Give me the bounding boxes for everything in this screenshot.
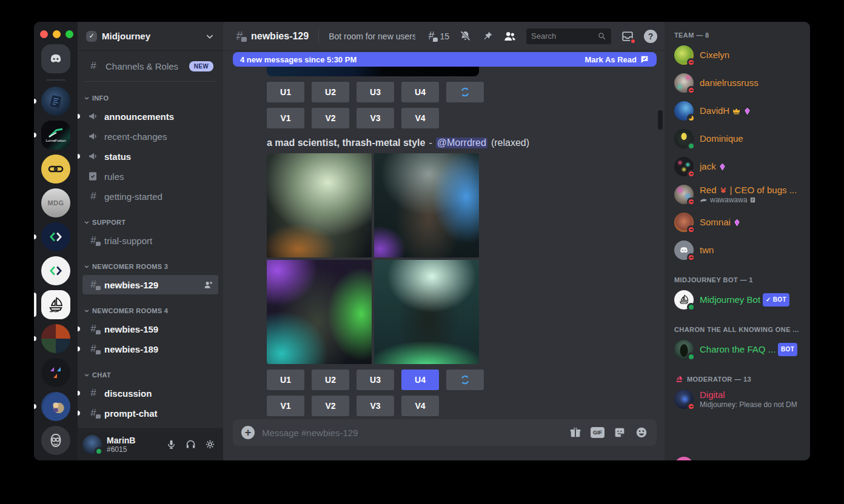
- member-somnai[interactable]: Somnai: [674, 208, 805, 236]
- server-codebrackets-light[interactable]: [34, 256, 78, 285]
- channel-newbies-159[interactable]: # newbies-159: [82, 319, 218, 339]
- settings-gear-button[interactable]: [201, 436, 218, 453]
- server-home[interactable]: [34, 44, 78, 73]
- channel-announcements[interactable]: announcements: [82, 107, 218, 126]
- member-digital[interactable]: Digital Midjourney: Please do not DM: [674, 385, 805, 413]
- v4-button[interactable]: V4: [401, 396, 439, 416]
- user-mention[interactable]: @Morrdred: [436, 138, 487, 148]
- generated-image-3[interactable]: [267, 260, 372, 364]
- variation-row-message-2: V1 V2 V3 V4: [267, 396, 665, 416]
- member-charon[interactable]: Charon the FAQ ... BOT: [674, 336, 805, 363]
- gif-picker-button[interactable]: GIF: [591, 427, 605, 438]
- server-codebrackets-dark[interactable]: [34, 222, 78, 251]
- generated-image-1[interactable]: [267, 153, 372, 257]
- server-lumafusion[interactable]: LumaFusion: [34, 121, 78, 150]
- channels-and-roles[interactable]: # Channels & Roles NEW: [82, 56, 218, 76]
- section-header-chat[interactable]: CHAT: [78, 367, 223, 383]
- member-jack[interactable]: jack: [674, 153, 805, 181]
- emoji-picker-button[interactable]: [635, 426, 648, 439]
- hash-icon: #: [87, 190, 99, 202]
- generated-image-4[interactable]: [374, 260, 479, 364]
- u2-button[interactable]: U2: [312, 82, 349, 102]
- invite-people-icon[interactable]: [203, 280, 213, 290]
- minimize-button[interactable]: [53, 30, 61, 38]
- v2-button[interactable]: V2: [312, 108, 349, 128]
- u2-button[interactable]: U2: [312, 370, 349, 390]
- message-input[interactable]: Message #newbies-129: [262, 428, 561, 438]
- threads-button[interactable]: # 15: [425, 30, 449, 42]
- server-midjourney[interactable]: [34, 290, 78, 319]
- v3-button[interactable]: V3: [357, 396, 394, 416]
- v4-button[interactable]: V4: [401, 108, 439, 128]
- u1-button[interactable]: U1: [267, 370, 304, 390]
- new-messages-banner[interactable]: 4 new messages since 5:30 PM Mark As Rea…: [233, 52, 657, 67]
- u4-button[interactable]: U4: [401, 82, 439, 102]
- mute-mic-button[interactable]: [162, 436, 179, 453]
- dash: -: [429, 138, 432, 148]
- channel-status[interactable]: status: [82, 147, 218, 166]
- channel-label: newbies-189: [104, 344, 213, 354]
- server-affinity[interactable]: [34, 358, 78, 387]
- server-code-book[interactable]: [34, 87, 78, 116]
- inbox-button[interactable]: [621, 30, 634, 43]
- member-twn[interactable]: twn: [674, 236, 805, 264]
- reroll-button[interactable]: [446, 370, 484, 390]
- mark-as-read-button[interactable]: Mark As Read: [585, 55, 650, 64]
- channel-recent-changes[interactable]: recent-changes: [82, 127, 218, 146]
- channel-rules[interactable]: rules: [82, 167, 218, 186]
- v3-button[interactable]: V3: [357, 108, 394, 128]
- channel-topic[interactable]: Bot room for new users. Type /imagine th…: [329, 31, 415, 41]
- notifications-muted-button[interactable]: [459, 30, 472, 42]
- server-penguin[interactable]: [34, 426, 78, 455]
- section-header-newcomer-3[interactable]: NEWCOMER ROOMS 3: [78, 259, 223, 274]
- guild-header[interactable]: ✓ Midjourney: [78, 22, 223, 51]
- chat-scrollbar-thumb[interactable]: [658, 110, 663, 130]
- section-header-newcomer-4[interactable]: NEWCOMER ROOMS 4: [78, 303, 223, 319]
- reroll-button[interactable]: [446, 82, 484, 102]
- close-button[interactable]: [40, 30, 48, 38]
- u3-button[interactable]: U3: [357, 370, 394, 390]
- member-red[interactable]: Red | CEO of bugs ... wawawawa: [674, 181, 805, 208]
- v2-button[interactable]: V2: [312, 396, 349, 416]
- v1-button[interactable]: V1: [267, 396, 304, 416]
- channel-newbies-189[interactable]: # newbies-189: [82, 339, 218, 359]
- pinned-messages-button[interactable]: [481, 30, 494, 42]
- gift-button[interactable]: [569, 426, 582, 439]
- channel-trial-support[interactable]: # trial-support: [82, 231, 218, 250]
- previous-image-attachment-cropped[interactable]: [267, 65, 479, 76]
- member-cixelyn[interactable]: Cixelyn: [674, 41, 805, 69]
- server-lego-doctor[interactable]: [34, 392, 78, 421]
- v1-button[interactable]: V1: [267, 108, 304, 128]
- search-input[interactable]: Search: [526, 28, 611, 44]
- hash-search-icon: #: [87, 60, 99, 72]
- server-link-chain[interactable]: [34, 154, 78, 184]
- message-scroller[interactable]: U1 U2 U3 U4 V1 V2 V3 V4 a mad scientist,…: [223, 51, 665, 460]
- zoom-button[interactable]: [65, 30, 73, 38]
- channel-newbies-129[interactable]: # newbies-129: [82, 275, 218, 294]
- channel-prompt-chat[interactable]: # prompt-chat: [82, 403, 218, 423]
- u3-button[interactable]: U3: [357, 82, 394, 102]
- channel-discussion[interactable]: # discussion: [82, 383, 218, 403]
- u1-button[interactable]: U1: [267, 82, 304, 102]
- section-header-info[interactable]: INFO: [78, 90, 223, 106]
- generated-image-2[interactable]: [374, 153, 479, 257]
- server-mdg[interactable]: MDG: [34, 188, 78, 217]
- dnd-status-dot: [687, 86, 695, 94]
- attach-file-button[interactable]: +: [241, 426, 255, 439]
- deafen-button[interactable]: [182, 436, 199, 453]
- generated-image-grid[interactable]: [267, 153, 479, 364]
- member-dominique[interactable]: Dominique: [674, 125, 805, 153]
- member-list-toggle-button[interactable]: [503, 30, 517, 43]
- user-identity[interactable]: MarinB #6015: [107, 436, 158, 454]
- help-button[interactable]: ?: [644, 30, 657, 43]
- sticker-picker-button[interactable]: [613, 426, 626, 439]
- member-midjourney-bot[interactable]: Midjourney Bot ✓ BOT: [674, 286, 805, 314]
- megaphone-icon: [87, 151, 99, 162]
- member-danielrussruss[interactable]: danielrussruss: [674, 69, 805, 97]
- section-header-support[interactable]: SUPPORT: [78, 214, 223, 230]
- user-avatar[interactable]: [82, 435, 102, 454]
- server-gallery-collage[interactable]: [34, 324, 78, 353]
- member-davidh[interactable]: DavidH: [674, 97, 805, 125]
- u4-button-selected[interactable]: U4: [401, 370, 439, 390]
- channel-getting-started[interactable]: # getting-started: [82, 187, 218, 206]
